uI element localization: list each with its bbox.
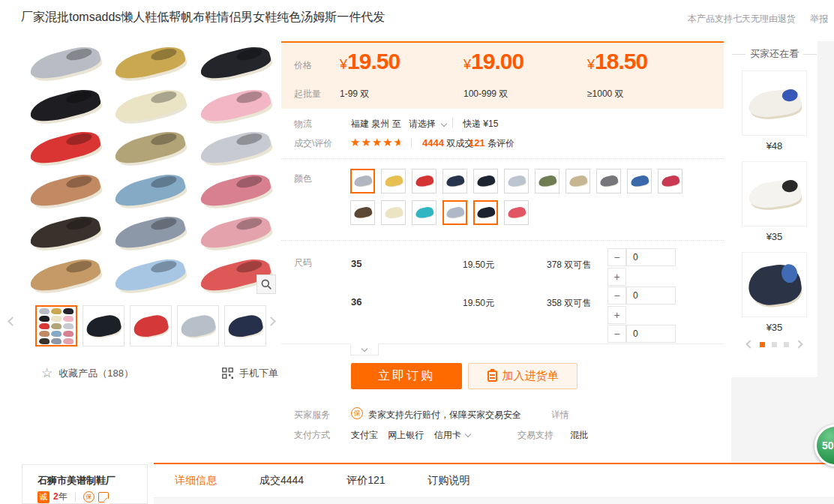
qty-input[interactable] (626, 286, 676, 304)
size-table: 35 19.50元 378 双可售 − + 36 19.50元 358 双可售 … (350, 244, 724, 344)
payment-row: 支付方式 支付宝 网上银行 信用卡 交易支持 混批 (281, 428, 724, 444)
color-label: 颜色 (294, 172, 312, 185)
size-price: 19.50元 (463, 297, 494, 310)
rating-row: 成交\评价 ★★★★★★ 4444 双成交 121 条评价 (281, 136, 724, 151)
size-price: 19.50元 (463, 259, 494, 272)
price-tier-1: ¥19.50 (340, 49, 400, 74)
seller-badges: 诚 2年 保 (38, 490, 109, 503)
pager-next-arrow[interactable] (794, 340, 802, 348)
star-icon: ★ (372, 136, 382, 148)
logistics-row: 物流 福建 泉州 至 请选择 快递 ¥15 (281, 116, 724, 131)
color-swatch-13[interactable] (381, 200, 406, 225)
shoe-camel (28, 255, 103, 296)
related-product-3[interactable] (742, 252, 807, 317)
price-panel: 价格 起批量 ¥19.50 ¥19.00 ¥18.50 1-99 双 100-9… (281, 41, 724, 109)
related-shoe-image (746, 87, 802, 119)
tab-detail-info[interactable]: 详细信息 (175, 474, 217, 488)
qty-minus-button[interactable]: − (608, 286, 626, 304)
color-swatch-1[interactable] (350, 169, 375, 194)
related-shoe-image (746, 178, 802, 210)
chengxintong-badge-icon: 诚 (38, 491, 50, 503)
thumbnail-gray[interactable] (177, 305, 219, 346)
color-swatch-16[interactable] (473, 200, 498, 225)
moq-label: 起批量 (294, 88, 321, 100)
size-stock: 358 双可售 (547, 297, 591, 310)
expand-sizes-button[interactable] (350, 344, 379, 356)
tab-deals[interactable]: 成交4444 (260, 474, 304, 488)
tab-order-notes[interactable]: 订购说明 (428, 474, 470, 488)
color-swatch-7[interactable] (535, 169, 560, 194)
order-now-button[interactable]: 立即订购 (351, 363, 462, 389)
destination-select[interactable]: 请选择 (409, 118, 446, 130)
moq-tier-2: 100-999 双 (464, 88, 508, 100)
report-link[interactable]: 举报 (810, 14, 828, 24)
thumbs-next-arrow[interactable] (266, 316, 276, 326)
shoe-photo (107, 127, 192, 170)
pager-dot-3[interactable] (784, 342, 789, 347)
color-swatch-4[interactable] (442, 169, 467, 194)
deals-count-link[interactable]: 4444 双成交 (422, 137, 473, 150)
shoe-photo (107, 170, 192, 212)
divider (281, 158, 724, 159)
thumb-shoe (132, 313, 170, 339)
mobile-order-link[interactable]: 手机下单 (239, 367, 278, 380)
return-policy-link[interactable]: 本产品支持七天无理由退货 (688, 14, 796, 24)
pager-prev-arrow[interactable] (746, 340, 754, 348)
color-swatch-6[interactable] (504, 169, 529, 194)
color-swatch-12[interactable] (350, 200, 375, 225)
favorite-star-icon[interactable]: ☆ (41, 365, 52, 381)
moq-tier-1: 1-99 双 (340, 88, 369, 100)
qty-input[interactable] (626, 325, 676, 343)
trade-support-label: 交易支持 (518, 429, 554, 442)
add-to-cart-button[interactable]: 加入进货单 (468, 363, 578, 389)
qty-minus-button[interactable]: − (608, 325, 626, 343)
color-swatch-15[interactable] (442, 200, 467, 225)
color-swatch-8[interactable] (566, 169, 590, 194)
color-swatch-5[interactable] (473, 169, 498, 194)
pager-dot-2[interactable] (772, 342, 777, 347)
thumbnail-collage[interactable] (35, 305, 77, 346)
related-product-1[interactable] (742, 70, 807, 136)
payment-methods: 支付宝 网上银行 信用卡 (351, 429, 461, 442)
shoe-pinkstripe (197, 212, 272, 253)
color-swatch-3[interactable] (412, 169, 436, 194)
seller-name[interactable]: 石狮市美谱制鞋厂 (38, 474, 116, 488)
chevron-down-icon[interactable] (465, 431, 471, 437)
tab-reviews[interactable]: 评价121 (346, 474, 385, 488)
swatch-shoe (445, 206, 464, 220)
divider (75, 493, 76, 502)
product-main-image[interactable] (22, 42, 278, 296)
thumbnail-red[interactable] (130, 305, 172, 346)
thumbs-prev-arrow[interactable] (8, 316, 17, 326)
swatch-shoe (629, 175, 649, 188)
color-swatch-11[interactable] (658, 169, 682, 194)
express-fee: 快递 ¥15 (463, 118, 498, 130)
thumb-shoe (226, 313, 264, 339)
qty-minus-button[interactable]: − (608, 248, 626, 266)
reviews-count-link[interactable]: 121 条评价 (469, 137, 514, 150)
magnifier-icon[interactable] (256, 274, 276, 294)
shoe-gold (112, 43, 188, 83)
shoe-photo (22, 42, 107, 85)
color-swatch-17[interactable] (504, 200, 529, 225)
shoe-stripe-pink (197, 170, 272, 211)
pager-dot-1[interactable] (760, 342, 765, 347)
shoe-photo (193, 170, 278, 212)
swatch-shoe (598, 175, 618, 188)
shoe-silver (28, 43, 103, 83)
shoe-photo (193, 127, 278, 170)
color-swatch-9[interactable] (596, 169, 621, 194)
color-swatch-10[interactable] (627, 169, 652, 194)
thumbnail-navy[interactable] (224, 305, 266, 346)
favorite-product-link[interactable]: 收藏产品（188） (58, 367, 134, 380)
color-swatch-14[interactable] (412, 200, 436, 225)
related-product-2[interactable] (742, 161, 807, 226)
thumbnail-black[interactable] (82, 305, 124, 346)
related-price-1: ¥48 (731, 140, 818, 152)
sidebar-pager (731, 341, 818, 347)
size-row-36: 36 19.50元 358 双可售 − + (350, 282, 724, 320)
color-swatch-2[interactable] (381, 169, 406, 194)
shoe-photo (22, 85, 107, 128)
service-detail-link[interactable]: 详情 (551, 409, 569, 422)
qty-input[interactable] (626, 248, 676, 266)
